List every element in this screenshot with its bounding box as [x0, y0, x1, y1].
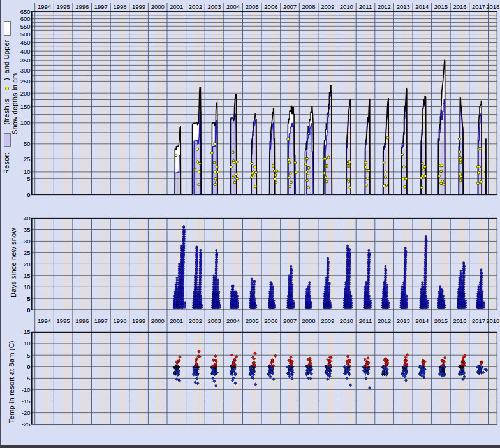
svg-text:200: 200: [20, 90, 31, 97]
svg-text:2013: 2013: [397, 317, 410, 324]
svg-text:5: 5: [27, 295, 30, 302]
svg-text:2008: 2008: [302, 3, 316, 10]
svg-text:2011: 2011: [359, 3, 372, 10]
svg-text:2018: 2018: [486, 317, 499, 324]
svg-text:10: 10: [24, 284, 31, 291]
svg-text:2007: 2007: [283, 317, 297, 324]
svg-text:5: 5: [27, 175, 30, 182]
svg-text:25: 25: [24, 249, 31, 256]
svg-text:1997: 1997: [94, 3, 108, 10]
svg-text:400: 400: [20, 48, 31, 55]
svg-text:0: 0: [27, 307, 30, 314]
svg-text:2013: 2013: [397, 3, 410, 10]
svg-text:1995: 1995: [57, 317, 70, 324]
svg-text:50: 50: [24, 140, 31, 147]
svg-text:2016: 2016: [453, 3, 466, 10]
svg-text:15: 15: [24, 328, 31, 335]
svg-text:600: 600: [20, 15, 31, 22]
svg-text:300: 300: [20, 67, 31, 74]
svg-text:2007: 2007: [283, 3, 297, 10]
svg-text:40: 40: [24, 215, 31, 222]
svg-text:2017: 2017: [472, 317, 485, 324]
svg-text:10: 10: [24, 340, 31, 347]
svg-text:350: 350: [20, 57, 31, 64]
svg-text:250: 250: [20, 78, 31, 85]
svg-text:1997: 1997: [94, 317, 108, 324]
svg-text:2003: 2003: [207, 3, 221, 10]
svg-text:25: 25: [24, 155, 31, 163]
svg-text:2000: 2000: [151, 3, 165, 10]
svg-text:1999: 1999: [132, 3, 145, 10]
svg-text:1999: 1999: [132, 317, 145, 324]
svg-text:2011: 2011: [359, 317, 372, 324]
svg-text:10: 10: [24, 168, 31, 175]
svg-text:1998: 1998: [113, 3, 126, 10]
svg-text:2016: 2016: [453, 317, 466, 324]
svg-text:2006: 2006: [264, 317, 277, 324]
svg-text:30: 30: [24, 238, 31, 245]
svg-text:2014: 2014: [415, 317, 429, 324]
svg-text:5: 5: [27, 352, 30, 359]
svg-text:2012: 2012: [378, 3, 391, 10]
svg-text:500: 500: [20, 31, 31, 38]
svg-text:2008: 2008: [302, 317, 316, 324]
svg-text:2000: 2000: [151, 317, 165, 324]
svg-text:2014: 2014: [415, 3, 429, 10]
svg-text:150: 150: [20, 103, 31, 110]
svg-text:0: 0: [27, 363, 30, 370]
svg-text:35: 35: [24, 226, 31, 233]
svg-text:1994: 1994: [38, 3, 51, 10]
svg-text:0: 0: [27, 191, 30, 198]
svg-text:2018: 2018: [486, 3, 499, 10]
svg-text:1995: 1995: [57, 3, 70, 10]
svg-text:2015: 2015: [434, 317, 448, 324]
svg-text:100: 100: [20, 119, 31, 126]
svg-text:2001: 2001: [170, 317, 183, 324]
svg-text:-5: -5: [25, 375, 30, 382]
svg-text:2004: 2004: [226, 3, 240, 10]
svg-text:2006: 2006: [264, 3, 277, 10]
svg-text:2005: 2005: [246, 317, 259, 324]
svg-text:2002: 2002: [189, 3, 202, 10]
svg-text:1994: 1994: [38, 317, 51, 324]
svg-text:2003: 2003: [207, 317, 221, 324]
svg-text:2009: 2009: [321, 317, 334, 324]
svg-text:2017: 2017: [472, 3, 485, 10]
svg-text:2010: 2010: [340, 3, 353, 10]
svg-text:1996: 1996: [75, 317, 89, 324]
svg-text:2009: 2009: [321, 3, 334, 10]
svg-text:2005: 2005: [246, 3, 259, 10]
svg-text:450: 450: [20, 39, 31, 46]
svg-text:20: 20: [24, 261, 31, 268]
svg-text:1998: 1998: [113, 317, 126, 324]
svg-text:15: 15: [24, 272, 31, 279]
svg-text:550: 550: [20, 23, 31, 30]
svg-text:-10: -10: [22, 386, 31, 393]
svg-text:-15: -15: [22, 398, 31, 405]
svg-text:-20: -20: [22, 409, 31, 416]
svg-text:2004: 2004: [226, 317, 240, 324]
svg-text:2002: 2002: [189, 317, 202, 324]
svg-text:2001: 2001: [170, 3, 183, 10]
svg-text:2010: 2010: [340, 317, 353, 324]
svg-text:-25: -25: [22, 421, 31, 428]
svg-text:650: 650: [20, 8, 31, 15]
svg-text:2012: 2012: [378, 317, 391, 324]
svg-text:2015: 2015: [434, 3, 448, 10]
svg-text:1996: 1996: [75, 3, 89, 10]
